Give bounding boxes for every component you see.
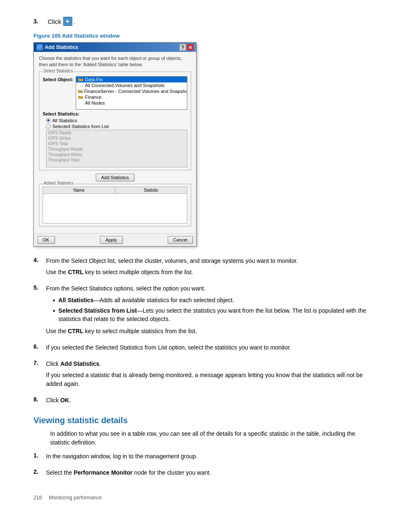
dialog-wrapper: Add Statistics ? ✕ Choose the statistics… bbox=[33, 42, 374, 247]
section-step-2: 2. Select the Performance Monitor node f… bbox=[33, 468, 374, 480]
step-4-content: From the Select Object list, select the … bbox=[46, 257, 374, 279]
dialog-description: Choose the statistics that you want for … bbox=[39, 55, 191, 68]
folder-link-icon bbox=[78, 89, 83, 94]
section-step-2-number: 2. bbox=[33, 468, 42, 480]
step-7-text: Click Add Statistics. bbox=[46, 360, 374, 368]
section-step-1-text: In the navigation window, log in to the … bbox=[46, 452, 374, 461]
step-5-bullets: All Statistics—Adds all available statis… bbox=[53, 296, 374, 324]
cancel-button[interactable]: Cancel bbox=[168, 236, 193, 244]
section-step-1: 1. In the navigation window, log in to t… bbox=[33, 452, 374, 463]
object-listbox[interactable]: Data-Fin All Connected Volumes and Snaps… bbox=[76, 76, 187, 110]
svg-rect-0 bbox=[37, 45, 42, 46]
help-button[interactable]: ? bbox=[179, 44, 186, 51]
dialog-title: Add Statistics bbox=[45, 44, 78, 50]
step-7: 7. Click Add Statistics. If you selected… bbox=[33, 360, 374, 391]
stats-list-item: IOPS Writes bbox=[46, 136, 187, 141]
step-8-content: Click OK. bbox=[46, 396, 374, 407]
add-statistics-dialog: Add Statistics ? ✕ Choose the statistics… bbox=[33, 42, 197, 247]
apply-button[interactable]: Apply bbox=[100, 236, 123, 244]
added-statistics-label: Added Statistics bbox=[43, 181, 74, 185]
list-item[interactable]: All Connected Volumes and Snapshots bbox=[76, 82, 187, 88]
section-intro: In addition to what you see in a table r… bbox=[50, 429, 374, 447]
blank-icon bbox=[78, 83, 84, 88]
radio-selected-input[interactable] bbox=[46, 124, 51, 129]
add-statistics-button[interactable]: Add Statistics bbox=[96, 174, 135, 181]
dialog-body: Choose the statistics that you want for … bbox=[34, 52, 196, 233]
stats-listbox[interactable]: IOPS Reads IOPS Writes IOPS Total Throug… bbox=[46, 130, 187, 167]
step-7-content: Click Add Statistics. If you selected a … bbox=[46, 360, 374, 391]
list-item[interactable]: All Nodes bbox=[76, 100, 187, 106]
step-8-text: Click OK. bbox=[46, 396, 374, 405]
step-6-text: If you selected the Selected Statistics … bbox=[46, 343, 374, 352]
page-footer: 218 Monitoring performance bbox=[33, 492, 374, 501]
list-item[interactable]: FinanceServer - Connected Volumes and Sn… bbox=[76, 88, 187, 94]
svg-rect-1 bbox=[37, 46, 42, 47]
step-8: 8. Click OK. bbox=[33, 396, 374, 407]
step-7-number: 7. bbox=[33, 360, 42, 391]
figure-caption: Figure 105 Add Statistics window bbox=[33, 33, 374, 39]
radio-selected-label: Selected Statistics from List bbox=[52, 124, 109, 129]
step-5-text: From the Select Statistics options, sele… bbox=[46, 284, 374, 293]
step-3-text: Click bbox=[48, 18, 61, 25]
close-button[interactable]: ✕ bbox=[187, 44, 194, 51]
table-header: Name Statistic bbox=[43, 187, 187, 194]
radio-selected-statistics[interactable]: Selected Statistics from List bbox=[46, 124, 187, 129]
titlebar-buttons: ? ✕ bbox=[179, 44, 194, 51]
steps-list: 4. From the Select Object list, select t… bbox=[33, 257, 374, 407]
column-header-name: Name bbox=[43, 187, 115, 193]
section-heading: Viewing statistic details bbox=[33, 416, 374, 425]
added-statistics-section: Added Statistics Name Statistic bbox=[39, 184, 191, 226]
table-body bbox=[43, 194, 187, 223]
section-step-2-content: Select the Performance Monitor node for … bbox=[46, 468, 374, 480]
folder-icon bbox=[78, 95, 84, 100]
select-statistics-group: Select Statistics Select Object: Data-Fi… bbox=[39, 72, 191, 170]
step-8-number: 8. bbox=[33, 396, 42, 407]
step-5-content: From the Select Statistics options, sele… bbox=[46, 284, 374, 338]
step-6-content: If you selected the Selected Statistics … bbox=[46, 343, 374, 355]
list-item[interactable]: Finance bbox=[76, 94, 187, 100]
step-4-subtext: Use the CTRL key to select multiple obje… bbox=[46, 268, 374, 277]
ok-button[interactable]: OK bbox=[37, 236, 55, 244]
footer-label: Monitoring performance bbox=[49, 495, 102, 501]
step-5-subtext: Use the CTRL key to select multiple stat… bbox=[46, 327, 374, 336]
select-object-label: Select Object: bbox=[43, 76, 73, 82]
dialog-app-icon bbox=[36, 44, 43, 51]
added-statistics-table: Name Statistic bbox=[43, 187, 187, 224]
add-statistics-button-row: Add Statistics bbox=[39, 174, 191, 181]
section-steps-list: 1. In the navigation window, log in to t… bbox=[33, 452, 374, 480]
bullet-text: Selected Statistics from List—Lets you s… bbox=[59, 307, 374, 323]
section-step-1-content: In the navigation window, log in to the … bbox=[46, 452, 374, 463]
stats-list-item: IOPS Total bbox=[46, 141, 187, 146]
step-4-number: 4. bbox=[33, 257, 42, 279]
step-4: 4. From the Select Object list, select t… bbox=[33, 257, 374, 279]
step-6-number: 6. bbox=[33, 343, 42, 355]
titlebar-left: Add Statistics bbox=[36, 44, 78, 51]
bullet-all-statistics: All Statistics—Adds all available statis… bbox=[53, 296, 374, 305]
select-object-row: Select Object: Data-Fin All Connected Vo… bbox=[43, 76, 187, 110]
svg-rect-2 bbox=[37, 48, 41, 49]
radio-all-input[interactable] bbox=[46, 118, 51, 123]
radio-all-statistics[interactable]: All Statistics bbox=[46, 118, 187, 123]
section-step-2-text: Select the Performance Monitor node for … bbox=[46, 468, 374, 477]
dialog-titlebar: Add Statistics ? ✕ bbox=[34, 43, 196, 52]
step-3-container: 3. Click + . bbox=[33, 17, 374, 26]
step-6: 6. If you selected the Selected Statisti… bbox=[33, 343, 374, 355]
dialog-footer: OK Apply Cancel bbox=[34, 233, 196, 246]
step-5-number: 5. bbox=[33, 284, 42, 338]
radio-all-label: All Statistics bbox=[52, 118, 77, 123]
folder-icon bbox=[78, 77, 84, 82]
plus-icon: + bbox=[63, 17, 72, 26]
step-3-number: 3. bbox=[33, 18, 46, 25]
list-item[interactable]: Data-Fin bbox=[76, 77, 187, 82]
select-statistics-group-label: Select Statistics bbox=[43, 69, 74, 73]
bullet-text: All Statistics—Adds all available statis… bbox=[59, 296, 234, 305]
bullet-selected-statistics: Selected Statistics from List—Lets you s… bbox=[53, 307, 374, 323]
step-4-text: From the Select Object list, select the … bbox=[46, 257, 374, 265]
select-statistics-label: Select Statistics: bbox=[43, 111, 187, 116]
stats-list-item: IOPS Reads bbox=[46, 130, 187, 136]
blank-icon bbox=[78, 100, 84, 105]
page-number: 218 bbox=[33, 495, 42, 501]
stats-list-item: Throughput Writes bbox=[46, 152, 187, 157]
step-7-subtext: If you selected a statistic that is alre… bbox=[46, 371, 374, 388]
step-3-period: . bbox=[74, 18, 76, 25]
